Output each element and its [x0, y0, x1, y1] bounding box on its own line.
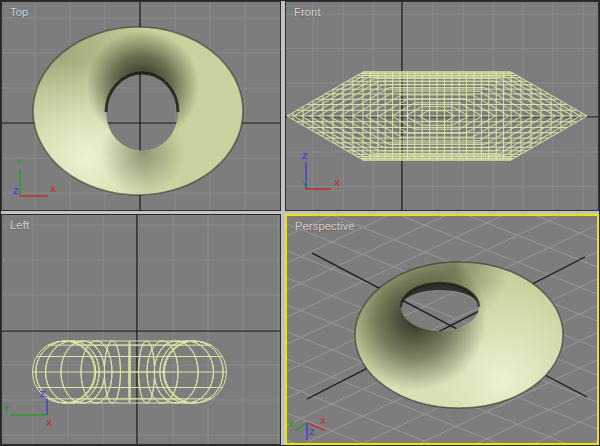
- axis-letter: X: [50, 184, 56, 194]
- torus-left-wireframe[interactable]: [33, 341, 227, 403]
- axis-letter: Z: [13, 186, 19, 196]
- torus-top-view[interactable]: [33, 27, 243, 195]
- axis-letter: Z: [309, 427, 315, 437]
- axis-tripod: ZYX: [3, 389, 52, 428]
- viewport-perspective[interactable]: Perspective YXZ: [285, 214, 599, 445]
- axis-letter: Y: [288, 419, 294, 429]
- axis-letter: Z: [40, 389, 46, 399]
- torus-perspective-view[interactable]: [355, 262, 563, 408]
- viewport-left[interactable]: Left ZYX: [1, 214, 281, 445]
- axis-letter: Z: [302, 151, 308, 161]
- axis-letter: X: [320, 416, 326, 426]
- viewport-front-label[interactable]: Front: [294, 6, 321, 18]
- viewport-left-label[interactable]: Left: [10, 219, 29, 231]
- viewport-top[interactable]: Top YXZ: [1, 1, 281, 211]
- viewport-front-canvas: ZXY: [286, 2, 598, 210]
- viewport-perspective-canvas: YXZ: [287, 216, 597, 443]
- axis-letter: X: [334, 178, 340, 188]
- viewport-top-canvas: YXZ: [2, 2, 280, 210]
- axis-letter: Y: [301, 178, 307, 188]
- viewport-perspective-label[interactable]: Perspective: [295, 220, 355, 232]
- axis-letter: Y: [16, 157, 22, 167]
- viewport-left-canvas: ZYX: [2, 215, 280, 444]
- grid-lines: [2, 215, 280, 444]
- torus-front-wireframe[interactable]: [287, 72, 587, 160]
- viewport-front[interactable]: Front ZXY: [285, 1, 599, 211]
- viewport-top-label[interactable]: Top: [10, 6, 28, 18]
- axis-tripod: ZXY: [301, 151, 340, 189]
- viewport-quad-layout: { "viewports": [ { "id": "top", "label":…: [0, 0, 600, 446]
- axis-letter: Y: [3, 403, 9, 413]
- axis-letter: X: [46, 418, 52, 428]
